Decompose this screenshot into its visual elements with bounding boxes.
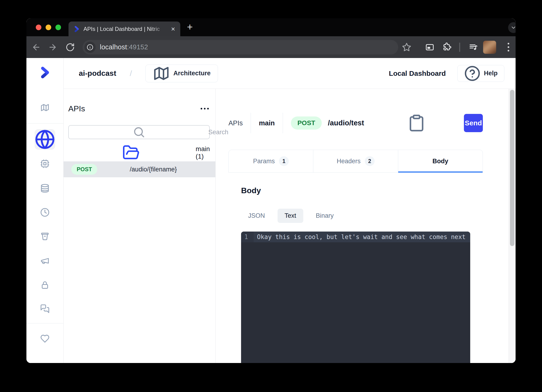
sidebar-item-architecture[interactable] xyxy=(40,103,49,112)
toolbar-divider xyxy=(459,43,460,52)
window-controls xyxy=(36,25,61,30)
tab-headers-label: Headers xyxy=(337,158,361,165)
database-icon xyxy=(40,184,49,193)
reload-button[interactable] xyxy=(65,43,75,52)
sidebar-item-apis[interactable] xyxy=(35,129,55,150)
breadcrumb-apis: APIs xyxy=(228,119,243,127)
minimize-window-button[interactable] xyxy=(46,25,51,30)
cpu-icon xyxy=(40,159,49,169)
endpoint-row-selected[interactable]: POST /audio/{filename} xyxy=(64,161,215,177)
send-button[interactable]: Send xyxy=(464,114,483,132)
clock-icon xyxy=(40,208,49,217)
url-text: localhost:49152 xyxy=(100,43,148,51)
mode-text[interactable]: Text xyxy=(277,209,303,223)
mode-binary[interactable]: Binary xyxy=(309,209,341,223)
bookmark-button[interactable] xyxy=(402,43,411,52)
tab-headers[interactable]: Headers 2 xyxy=(313,150,398,172)
site-info-button[interactable] xyxy=(84,42,96,53)
side-panel-icon xyxy=(425,43,434,52)
folder-open-icon xyxy=(72,144,190,161)
sidebar-item-storage[interactable] xyxy=(40,232,49,241)
architecture-button[interactable]: Architecture xyxy=(146,65,218,82)
tab-search-button[interactable] xyxy=(508,22,515,33)
nitric-favicon-icon xyxy=(73,26,80,33)
profile-avatar[interactable] xyxy=(483,41,496,54)
side-panel-button[interactable] xyxy=(425,43,434,52)
body-mode-switcher: JSON Text Binary xyxy=(241,209,470,223)
apis-panel: APIs main (1) POST /audio/{filename} xyxy=(64,89,216,363)
search-icon xyxy=(73,125,205,139)
chevron-down-icon xyxy=(510,25,515,31)
copy-clipboard-icon[interactable] xyxy=(369,114,464,132)
rail-divider xyxy=(27,123,63,124)
breadcrumb-separator: / xyxy=(130,69,132,78)
rail-divider xyxy=(27,323,63,323)
architecture-label: Architecture xyxy=(173,70,211,77)
tab-headers-badge: 2 xyxy=(365,156,374,166)
api-group-row[interactable]: main (1) xyxy=(64,144,215,161)
tab-body[interactable]: Body xyxy=(398,150,482,172)
apis-panel-title: APIs xyxy=(68,104,200,113)
tab-body-label: Body xyxy=(433,158,449,165)
url-port: :49152 xyxy=(127,43,148,51)
chat-icon xyxy=(40,304,49,313)
sidebar-item-secrets[interactable] xyxy=(40,280,49,289)
request-area: APIs main POST /audio/test Send Params xyxy=(216,89,509,363)
body-tab-content: Body JSON Text Binary 1 Okay this is coo… xyxy=(228,173,483,363)
editor-active-line: 1 Okay this is cool, but let's wait and … xyxy=(241,232,470,242)
browser-menu-button[interactable] xyxy=(504,43,513,52)
dashboard-page: ai-podcast / Architecture Local Dashboar… xyxy=(27,58,515,363)
sidebar-item-websockets[interactable] xyxy=(40,304,49,313)
new-tab-button[interactable]: + xyxy=(184,20,195,34)
editor-line-content: Okay this is cool, but let's wait and se… xyxy=(254,234,466,240)
endpoint-path: /audio/{filename} xyxy=(97,166,209,173)
sidebar-item-feedback[interactable] xyxy=(40,334,49,343)
avatar-image xyxy=(483,41,496,54)
request-path: /audio/test xyxy=(328,119,364,127)
arrow-right-icon xyxy=(48,43,57,52)
url-bar[interactable]: localhost:49152 xyxy=(82,40,398,54)
close-window-button[interactable] xyxy=(36,25,41,30)
tab-close-icon[interactable]: × xyxy=(169,25,177,33)
tab-params[interactable]: Params 1 xyxy=(229,150,313,172)
sidebar-item-topics[interactable] xyxy=(40,256,49,266)
reload-icon xyxy=(65,43,75,52)
browser-toolbar: localhost:49152 xyxy=(27,36,515,58)
project-name: ai-podcast xyxy=(79,69,116,78)
request-bar: APIs main POST /audio/test Send xyxy=(228,114,483,132)
megaphone-icon xyxy=(40,256,49,266)
apis-menu-button[interactable] xyxy=(200,105,210,112)
lock-icon xyxy=(40,280,49,289)
search-box xyxy=(68,125,210,139)
tab-params-label: Params xyxy=(253,158,275,165)
sidebar-item-services[interactable] xyxy=(40,159,49,169)
sidebar-item-databases[interactable] xyxy=(40,184,49,193)
page-scrollbar xyxy=(509,89,515,363)
mode-json[interactable]: JSON xyxy=(241,209,272,223)
breadcrumb-group[interactable]: main xyxy=(259,119,275,127)
bucket-icon xyxy=(40,232,49,241)
sidebar-item-schedules[interactable] xyxy=(40,208,49,217)
scrollbar-thumb[interactable] xyxy=(510,90,515,246)
help-circle-icon xyxy=(464,65,481,82)
maximize-window-button[interactable] xyxy=(55,25,61,30)
browser-tab[interactable]: APIs | Local Dashboard | Nitric × xyxy=(69,22,180,36)
sidebar-rail xyxy=(27,58,64,363)
help-button[interactable]: Help xyxy=(457,65,504,82)
playlist-music-icon xyxy=(469,43,478,52)
content-row: APIs main (1) POST /audio/{filename} xyxy=(64,89,515,363)
arrow-left-icon xyxy=(32,43,41,52)
dashboard-title: Local Dashboard xyxy=(389,70,446,77)
body-editor[interactable]: 1 Okay this is cool, but let's wait and … xyxy=(241,232,470,363)
info-icon xyxy=(87,44,93,50)
help-label: Help xyxy=(484,70,498,77)
method-badge: POST xyxy=(291,116,322,130)
globe-icon xyxy=(35,129,55,150)
url-host: localhost xyxy=(100,43,127,51)
back-button[interactable] xyxy=(32,43,41,52)
extensions-button[interactable] xyxy=(442,43,451,52)
forward-button[interactable] xyxy=(48,43,57,52)
media-controls-button[interactable] xyxy=(469,43,478,52)
map-icon xyxy=(40,103,49,112)
puzzle-icon xyxy=(442,43,451,52)
